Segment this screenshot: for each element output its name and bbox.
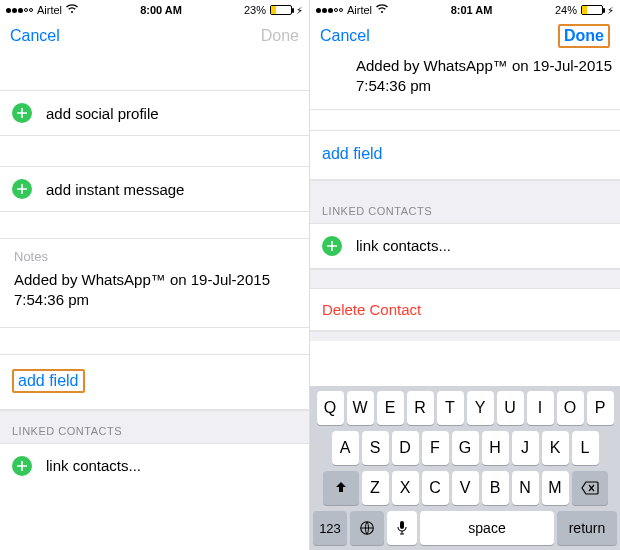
plus-icon <box>12 103 32 123</box>
plus-icon <box>322 236 342 256</box>
row-label: link contacts... <box>356 237 451 254</box>
keyboard: QWERTYUIOP ASDFGHJKL ZXCVBNM 123 <box>310 386 620 550</box>
charging-icon: ⚡︎ <box>607 5 614 16</box>
wifi-icon <box>66 4 78 16</box>
link-contacts-row[interactable]: link contacts... <box>310 224 620 269</box>
battery-pct-label: 23% <box>244 4 266 16</box>
add-field-link[interactable]: add field <box>322 145 383 162</box>
charging-icon: ⚡︎ <box>296 5 303 16</box>
key-i[interactable]: I <box>527 391 554 425</box>
notes-text-partial[interactable]: Added by WhatsApp™ on 19-Jul-2015 7:54:3… <box>310 54 620 109</box>
mic-key[interactable] <box>387 511 417 545</box>
key-o[interactable]: O <box>557 391 584 425</box>
done-button[interactable]: Done <box>558 24 610 48</box>
key-r[interactable]: R <box>407 391 434 425</box>
key-y[interactable]: Y <box>467 391 494 425</box>
numbers-key[interactable]: 123 <box>313 511 347 545</box>
key-p[interactable]: P <box>587 391 614 425</box>
cancel-button[interactable]: Cancel <box>10 27 60 45</box>
key-b[interactable]: B <box>482 471 509 505</box>
notes-block[interactable]: Notes Added by WhatsApp™ on 19-Jul-2015 … <box>0 238 309 328</box>
row-label: link contacts... <box>46 457 141 474</box>
status-bar: Airtel 8:01 AM 24% ⚡︎ <box>310 0 620 18</box>
backspace-key[interactable] <box>572 471 608 505</box>
key-n[interactable]: N <box>512 471 539 505</box>
linked-contacts-header: LINKED CONTACTS <box>310 180 620 223</box>
keyboard-row-2: ASDFGHJKL <box>313 431 617 465</box>
screen-left: Airtel 8:00 AM 23% ⚡︎ Cancel Done add so… <box>0 0 310 550</box>
key-j[interactable]: J <box>512 431 539 465</box>
carrier-label: Airtel <box>347 4 372 16</box>
space-key[interactable]: space <box>420 511 554 545</box>
link-contacts-row[interactable]: link contacts... <box>0 444 309 488</box>
cancel-button[interactable]: Cancel <box>320 27 370 45</box>
key-a[interactable]: A <box>332 431 359 465</box>
key-l[interactable]: L <box>572 431 599 465</box>
done-button: Done <box>261 27 299 45</box>
notes-text: Added by WhatsApp™ on 19-Jul-2015 7:54:3… <box>14 270 295 311</box>
key-g[interactable]: G <box>452 431 479 465</box>
key-z[interactable]: Z <box>362 471 389 505</box>
key-h[interactable]: H <box>482 431 509 465</box>
key-u[interactable]: U <box>497 391 524 425</box>
key-s[interactable]: S <box>362 431 389 465</box>
key-f[interactable]: F <box>422 431 449 465</box>
battery-icon <box>581 5 603 15</box>
clock-label: 8:01 AM <box>451 4 493 16</box>
add-field-row[interactable]: add field <box>0 354 309 410</box>
return-key[interactable]: return <box>557 511 617 545</box>
key-c[interactable]: C <box>422 471 449 505</box>
battery-icon <box>270 5 292 15</box>
row-label: add instant message <box>46 181 184 198</box>
svg-rect-1 <box>400 521 404 529</box>
carrier-label: Airtel <box>37 4 62 16</box>
add-field-row[interactable]: add field <box>310 130 620 180</box>
clock-label: 8:00 AM <box>140 4 182 16</box>
signal-dots-icon <box>316 8 343 13</box>
key-k[interactable]: K <box>542 431 569 465</box>
keyboard-row-1: QWERTYUIOP <box>313 391 617 425</box>
linked-contacts-header: LINKED CONTACTS <box>0 410 309 443</box>
nav-bar: Cancel Done <box>0 18 309 54</box>
screen-right: Airtel 8:01 AM 24% ⚡︎ Cancel Done Added … <box>310 0 620 550</box>
battery-pct-label: 24% <box>555 4 577 16</box>
delete-contact-label: Delete Contact <box>322 301 421 318</box>
key-w[interactable]: W <box>347 391 374 425</box>
status-bar: Airtel 8:00 AM 23% ⚡︎ <box>0 0 309 18</box>
nav-bar: Cancel Done <box>310 18 620 54</box>
key-e[interactable]: E <box>377 391 404 425</box>
key-t[interactable]: T <box>437 391 464 425</box>
key-d[interactable]: D <box>392 431 419 465</box>
plus-icon <box>12 179 32 199</box>
globe-key[interactable] <box>350 511 384 545</box>
signal-dots-icon <box>6 8 33 13</box>
key-x[interactable]: X <box>392 471 419 505</box>
add-social-profile-row[interactable]: add social profile <box>0 90 309 136</box>
wifi-icon <box>376 4 388 16</box>
row-label: add social profile <box>46 105 159 122</box>
notes-label: Notes <box>14 249 295 264</box>
add-instant-message-row[interactable]: add instant message <box>0 166 309 212</box>
key-v[interactable]: V <box>452 471 479 505</box>
keyboard-row-3: ZXCVBNM <box>313 471 617 505</box>
key-m[interactable]: M <box>542 471 569 505</box>
add-field-link[interactable]: add field <box>12 369 85 393</box>
shift-key[interactable] <box>323 471 359 505</box>
plus-icon <box>12 456 32 476</box>
key-q[interactable]: Q <box>317 391 344 425</box>
delete-contact-row[interactable]: Delete Contact <box>310 289 620 331</box>
